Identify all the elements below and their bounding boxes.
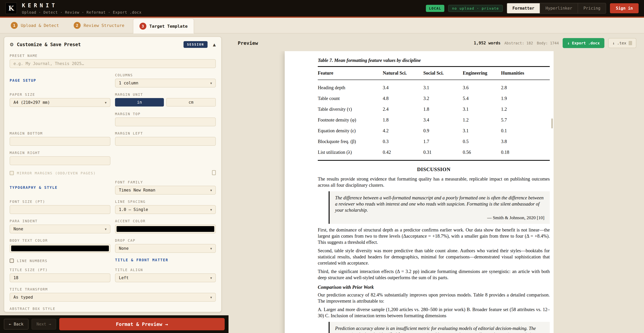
cell: 0.31 [423,145,463,160]
back-button[interactable]: ← Back [4,319,28,330]
step-tab-target-template[interactable]: 3 Target Template [133,18,194,33]
abstract-box-style-field: ABSTRACT BOX STYLE Plain (no box) Border… [10,307,216,312]
mirror-margins-checkbox-row[interactable]: MIRROR MARGINS (ODD/EVEN PAGES) [10,171,110,175]
preview-header: Preview 1,952 words Abstract: 182 Body: … [228,33,644,51]
download-icon: ↓ [612,41,615,45]
columns-value: 1 column [119,81,138,85]
discussion-heading: DISCUSSION [318,166,550,173]
font-family-select[interactable]: Times New Roman ▾ [115,186,216,195]
cell: 0.56 [463,145,501,160]
line-spacing-select[interactable]: 1.0 — Single ▾ [115,205,216,214]
table-row: Table count 4.8 3.2 5.4 1.9 [318,91,550,101]
mirror-margins-checkbox[interactable] [10,171,14,175]
word-count: 1,952 words [474,41,500,45]
brand-block: KERNIT Upload · Detect · Review · Reform… [22,2,142,14]
margin-unit-field: MARGIN UNIT in cm [115,92,216,107]
cell: Blockquote freq. (β) [318,134,383,145]
step-number: 2 [74,22,80,29]
table-row: Equation density (ε) 4.2 0.9 3.1 0.1 [318,123,550,134]
cell: 0.1 [501,123,550,134]
gear-icon: ⚙ [10,42,14,47]
margin-top-label: MARGIN TOP [115,112,216,116]
margin-right-input[interactable] [10,156,110,165]
margin-left-field: MARGIN LEFT [115,131,216,146]
font-family-label: FONT FAMILY [115,180,216,184]
para-indent-select[interactable]: None ▾ [10,225,110,233]
columns-select[interactable]: 1 column ▾ [115,79,216,87]
title-transform-field: TITLE TRANSFORM As typed ▾ [10,287,216,302]
panel-header: ⚙ Customize & Save Preset SESSION ▲ [4,37,221,51]
margin-unit-label: MARGIN UNIT [115,92,216,96]
next-button[interactable]: Next → [32,319,56,330]
table-row: Blockquote freq. (β) 0.3 1.7 0.5 3.8 [318,134,550,145]
title-size-input[interactable] [10,273,110,282]
cell: 3.8 [501,134,550,145]
col-header: Engineering [463,66,501,80]
customize-preset-panel: ⚙ Customize & Save Preset SESSION ▲ PRES… [4,36,222,312]
table-row: List utilization (λ) 0.42 0.31 0.56 0.18 [318,145,550,160]
cell: 2.4 [383,101,423,112]
margin-left-label: MARGIN LEFT [115,131,216,135]
chevron-down-icon: ▾ [105,227,106,231]
accent-color-picker[interactable] [115,225,216,233]
preview-stats: 1,952 words Abstract: 182 Body: 1744 ↓ E… [474,38,636,48]
font-size-input[interactable] [10,205,110,214]
top-bar-right: LOCAL no upload · private Formatter Hype… [426,3,638,14]
preset-name-input[interactable] [10,59,216,68]
top-nav: Formatter Hyperlinker Pricing [507,3,606,14]
line-numbers-checkbox-row[interactable]: LINE NUMBERS [10,259,110,263]
line-numbers-checkbox[interactable] [10,259,14,263]
title-align-label: TITLE ALIGN [115,268,216,272]
export-docx-button[interactable]: ↓ Export .docx [563,38,604,48]
nav-pricing[interactable]: Pricing [578,3,606,13]
step-tab-review-structure[interactable]: 2 Review Structure [68,18,130,32]
para-indent-label: PARA INDENT [10,219,110,223]
paragraph: Third, the significant interaction effec… [318,268,550,281]
body-text-color-picker[interactable] [10,244,110,253]
margin-bottom-input[interactable] [10,137,110,146]
col-header: Social Sci. [423,66,463,80]
step-number: 3 [140,23,146,30]
body-text-color-swatch [11,246,109,251]
cell: Footnote density (φ) [318,112,383,123]
download-icon: ↓ [567,41,570,45]
title-transform-value: As typed [14,295,33,300]
title-align-select[interactable]: Left ▾ [115,273,216,282]
collapse-icon[interactable]: ▲ [213,42,216,47]
margin-top-input[interactable] [115,117,216,126]
cell: 3.1 [463,101,501,112]
margin-left-input[interactable] [115,137,216,146]
step-number: 1 [11,22,18,29]
chevron-down-icon: ▾ [210,276,212,280]
panel-title: Customize & Save Preset [17,42,81,47]
margin-unit-cm-button[interactable]: cm [166,98,216,106]
line-numbers-label: LINE NUMBERS [17,259,48,263]
cell: 0.42 [383,145,423,160]
paragraph: Second, table style diversity was more p… [318,248,550,266]
blockquote-text: The difference between a well-formatted … [335,195,544,213]
step-tab-upload-detect[interactable]: 1 Upload & Detect [4,18,65,32]
cell: 0.5 [463,134,501,145]
cell: Equation density (ε) [318,123,383,134]
margin-right-label: MARGIN RIGHT [10,151,110,155]
margin-right-field: MARGIN RIGHT [10,151,110,165]
preview-scrollbar[interactable] [551,118,553,128]
nav-formatter[interactable]: Formatter [507,3,540,13]
file-icon [628,41,632,45]
cell: 3.4 [383,80,423,91]
title-size-field: TITLE SIZE (PT) [10,268,110,282]
brand-logo[interactable]: K [6,2,17,14]
margin-unit-in-button[interactable]: in [115,98,164,106]
nav-hyperlinker[interactable]: Hyperlinker [540,3,578,13]
format-preview-button[interactable]: Format & Preview → [59,318,225,330]
paper-size-select[interactable]: A4 (210×297 mm) ▾ [10,98,110,107]
drop-cap-select[interactable]: None ▾ [115,244,216,253]
title-transform-select[interactable]: As typed ▾ [10,293,216,302]
step-bar: 1 Upload & Detect 2 Review Structure 3 T… [0,18,644,33]
chevron-down-icon: ▾ [105,101,106,105]
step-label: Target Template [150,24,188,29]
wizard-footer: ← Back Next → Format & Preview → [0,315,228,333]
cell: 1.8 [423,101,463,112]
export-tex-button[interactable]: ↓ .tex [608,38,636,48]
sign-in-button[interactable]: Sign in [610,3,638,13]
